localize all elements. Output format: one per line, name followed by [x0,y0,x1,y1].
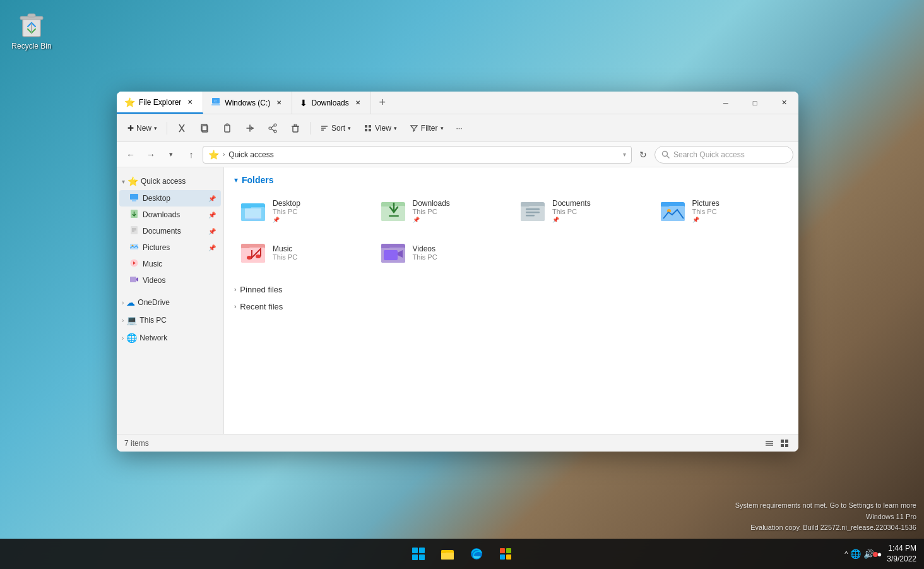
address-bar[interactable]: ⭐ › Quick access ▾ [203,146,632,164]
folder-desktop-icon [241,198,266,224]
toolbar: ✚ New ▾ [117,114,798,142]
quick-access-label: Quick access [141,177,186,186]
sidebar-desktop-label: Desktop [143,194,170,203]
search-bar[interactable]: Search Quick access [654,146,793,164]
folder-item-music[interactable]: Music This PC [234,234,369,271]
nav-bar: ← → ▾ ↑ ⭐ › Quick access ▾ ↻ Search Quic… [117,142,798,167]
thispc-icon: 💻 [126,315,137,325]
sidebar-downloads-label: Downloads [143,210,180,219]
folder-downloads-sub: This PC [413,208,450,215]
paste-icon [222,123,232,133]
grid-view-button[interactable] [778,437,791,450]
taskbar-store[interactable] [493,541,518,566]
move-button[interactable] [239,120,261,136]
sidebar-network-header[interactable]: › 🌐 Network [117,329,223,347]
recycle-bin-label: Recycle Bin [11,42,51,51]
share-icon [268,123,278,133]
taskbar-right: ^ 🌐 🔊 ● 1:44 PM 3/9/2022 [844,543,916,565]
view-icon [364,124,372,133]
notification-area[interactable]: ● [877,548,882,560]
sidebar-item-pictures[interactable]: Pictures 📌 [119,239,221,256]
sidebar-item-desktop[interactable]: Desktop 📌 [119,190,221,207]
minimize-button[interactable]: ─ [711,92,740,114]
new-button[interactable]: ✚ New ▾ [122,121,163,136]
address-bar-arrow: › [223,151,225,158]
sidebar-thispc-header[interactable]: › 💻 This PC [117,311,223,329]
paste-button[interactable] [216,120,238,136]
folder-item-desktop[interactable]: Desktop This PC 📌 [234,193,369,229]
recycle-bin-graphic [16,9,47,39]
chevron-up-icon[interactable]: ^ [844,550,848,558]
sort-button[interactable]: Sort ▾ [314,121,357,136]
svg-line-17 [271,129,274,131]
taskbar-edge[interactable] [464,541,489,566]
thispc-expand-arrow: › [122,317,124,324]
window-controls: ─ □ ✕ [711,92,798,114]
view-button[interactable]: View ▾ [358,121,403,136]
network-tray-icon[interactable]: 🌐 [850,549,861,559]
filter-button[interactable]: Filter ▾ [404,121,449,136]
toolbar-divider-2 [310,122,311,135]
tab-downloads[interactable]: ⬇ Downloads ✕ [292,92,370,114]
back-button[interactable]: ← [122,146,139,164]
folder-item-pictures[interactable]: Pictures This PC 📌 [654,193,789,229]
copy-icon [199,123,210,133]
cut-button[interactable] [171,120,192,136]
tab-file-explorer[interactable]: ⭐ File Explorer ✕ [117,92,203,114]
folder-item-videos[interactable]: Videos This PC [374,234,509,271]
tab-add-button[interactable]: + [371,92,394,114]
delete-button[interactable] [285,120,306,136]
svg-rect-12 [226,124,228,126]
folder-documents-sub: This PC [552,208,591,215]
sidebar-item-documents[interactable]: Documents 📌 [119,223,221,239]
sidebar-item-downloads[interactable]: Downloads 📌 [119,207,221,223]
sidebar-pictures-pin-icon: 📌 [208,244,216,251]
close-button[interactable]: ✕ [769,92,798,114]
sidebar-pictures-label: Pictures [143,243,170,252]
sort-label: Sort [331,124,345,133]
taskbar-clock[interactable]: 1:44 PM 3/9/2022 [887,543,916,565]
svg-rect-75 [785,440,788,443]
tab-file-explorer-close[interactable]: ✕ [185,97,195,107]
folders-grid: Desktop This PC 📌 [234,193,788,271]
refresh-button[interactable]: ↻ [634,146,652,164]
up-button[interactable]: ↑ [182,146,200,164]
network-expand-arrow: › [122,335,124,342]
forward-button[interactable]: → [142,146,160,164]
pinned-files-arrow: › [234,286,236,293]
folder-pictures-name: Pictures [692,199,720,208]
more-button[interactable]: ··· [451,121,468,136]
recent-files-section[interactable]: › Recent files [234,298,788,315]
svg-rect-56 [526,212,540,213]
list-view-button[interactable] [763,437,776,450]
tab-windows-c-close[interactable]: ✕ [274,98,284,108]
tab-downloads-close[interactable]: ✕ [353,98,363,108]
pinned-files-section[interactable]: › Pinned files [234,281,788,298]
sidebar-onedrive-header[interactable]: › ☁ OneDrive [117,294,223,311]
folder-music-icon [241,240,266,265]
sidebar-item-music[interactable]: Music [119,256,221,272]
folder-item-documents[interactable]: Documents This PC 📌 [514,193,649,229]
sidebar-videos-label: Videos [143,276,165,285]
folders-section-header[interactable]: ▾ Folders [234,175,788,185]
copy-button[interactable] [194,120,215,136]
filter-label: Filter [421,124,438,133]
svg-rect-31 [132,200,136,201]
toolbar-divider-1 [167,122,167,135]
folder-videos-sub: This PC [413,253,437,261]
taskbar-file-explorer[interactable] [435,541,460,566]
share-button[interactable] [262,120,283,136]
tab-windows-c[interactable]: C: Windows (C:) ✕ [203,92,292,114]
start-button[interactable] [406,541,431,566]
recycle-bin-icon[interactable]: Recycle Bin [6,6,57,53]
maximize-button[interactable]: □ [740,92,769,114]
folder-downloads-info: Downloads This PC 📌 [413,199,450,223]
folder-item-downloads[interactable]: Downloads This PC 📌 [374,193,509,229]
svg-point-14 [274,130,276,133]
sidebar-item-videos[interactable]: Videos [119,272,221,289]
sidebar: ▾ ⭐ Quick access Desktop 📌 [117,167,224,434]
sidebar-quick-access-header[interactable]: ▾ ⭐ Quick access [117,172,223,190]
history-button[interactable]: ▾ [162,146,180,164]
folder-videos-name: Videos [413,244,437,253]
svg-point-15 [269,127,271,129]
